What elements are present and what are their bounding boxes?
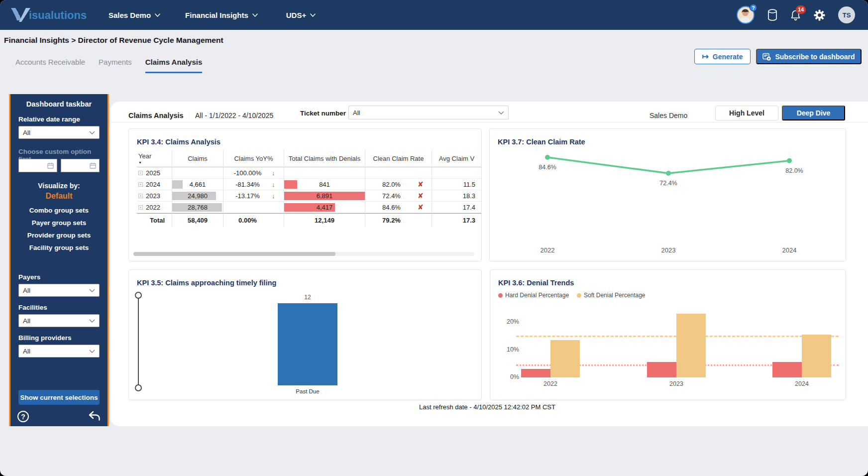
year-value: 2024 xyxy=(146,181,160,188)
svg-text:84.6%: 84.6% xyxy=(539,164,556,171)
avg-claim-value: 17.3 xyxy=(463,217,475,224)
custom-date-end-input[interactable] xyxy=(61,159,100,172)
nav-menu-financial-insights[interactable]: Financial Insights xyxy=(185,11,258,19)
visualize-option-payer-group-sets[interactable]: Payer group sets xyxy=(18,219,100,227)
visualize-option-combo-group-sets[interactable]: Combo group sets xyxy=(18,207,100,214)
visualize-by-label: Visualize by: xyxy=(18,182,100,190)
visualize-option-default[interactable]: Default xyxy=(18,192,100,201)
column-header-year[interactable]: Year▼ xyxy=(137,150,172,167)
row-year: 2023 xyxy=(137,190,172,202)
custom-date-start-input[interactable] xyxy=(18,159,57,172)
column-header-claims[interactable]: Claims xyxy=(172,150,223,167)
column-header-clean-claim-rate[interactable]: Clean Claim Rate xyxy=(365,150,432,167)
relative-date-range-select[interactable]: All xyxy=(18,126,100,139)
column-header-avg-claim-v[interactable]: Avg Claim V xyxy=(432,150,481,167)
kpi-3-5-timely-filing-card: KPI 3.5: Claims approaching timely filin… xyxy=(128,269,482,400)
claims-value: 4,661 xyxy=(172,181,223,188)
avg-claim-cell: 17.3 xyxy=(432,213,481,227)
column-header-label: Clean Claim Rate xyxy=(373,155,424,162)
svg-text:72.4%: 72.4% xyxy=(659,180,677,187)
claims-cell: 58,409 xyxy=(172,213,223,227)
show-current-selections-button[interactable]: Show current selections xyxy=(18,390,100,405)
hard-denial-percentage-bar-2024 xyxy=(772,362,802,377)
claims-cell xyxy=(172,167,223,179)
clean-claim-rate-cell: 84.6%✘ xyxy=(365,202,432,213)
help-icon[interactable]: ? xyxy=(17,411,29,422)
subscribe-icon xyxy=(762,53,771,61)
clean-claim-rate-value: 79.2% xyxy=(365,217,418,224)
settings-gear-icon[interactable] xyxy=(814,9,825,21)
down-arrow-icon: ↓ xyxy=(272,181,284,188)
chevron-down-icon xyxy=(89,131,95,134)
notifications-bell-icon[interactable]: 14 xyxy=(790,9,801,21)
range-slider-handle-bottom[interactable] xyxy=(135,384,142,391)
assistant-avatar-button[interactable]: ? xyxy=(737,6,755,24)
y-tick-10: 10% xyxy=(499,346,519,353)
denials-cell: 4,417 xyxy=(284,202,365,213)
x-axis-label-2024: 2024 xyxy=(772,380,832,387)
relative-date-range-label: Relative date range xyxy=(18,116,100,123)
column-header-claims-yoy[interactable]: Claims YoY% xyxy=(223,150,284,167)
calendar-icon xyxy=(47,162,54,169)
column-header-label: Year xyxy=(138,152,151,160)
tab-claims-analysis[interactable]: Claims Analysis xyxy=(145,58,203,73)
kpi-3-4-claims-analysis-card: KPI 3.4: Claims Analysis Year▼ClaimsClai… xyxy=(128,128,482,261)
undo-icon[interactable] xyxy=(88,411,101,421)
logo-v-icon: isualutions xyxy=(10,6,90,23)
column-header-label: Claims xyxy=(188,155,208,162)
tab-payments[interactable]: Payments xyxy=(99,58,132,73)
expand-row-icon[interactable] xyxy=(138,171,143,175)
clean-claim-rate-cell xyxy=(365,167,432,179)
soft-denial-percentage-bar-2023 xyxy=(676,314,706,377)
nav-menu-label: Sales Demo xyxy=(108,11,151,19)
avg-claim-cell: 17.4 xyxy=(432,202,481,213)
filter-select-facilities[interactable]: All xyxy=(18,314,100,327)
filter-select-billing-providers[interactable]: All xyxy=(18,345,100,357)
user-avatar-initials[interactable]: TS xyxy=(838,6,855,23)
subscribe-to-dashboard-button[interactable]: Subscribe to dashboard xyxy=(756,49,862,64)
claims-value: 58,409 xyxy=(172,217,223,224)
filter-value: All xyxy=(23,317,30,325)
denials-cell: 6,891 xyxy=(284,190,365,202)
context-label: Sales Demo xyxy=(650,109,687,122)
nav-right-icons: ? 14 xyxy=(737,6,855,24)
avg-claim-cell xyxy=(432,167,481,179)
ticket-number-label: Ticket number xyxy=(300,107,346,120)
past-due-bar xyxy=(278,303,337,385)
clean-claim-rate-value: 82.0% xyxy=(365,181,418,188)
nav-menus: Sales DemoFinancial InsightsUDS+ xyxy=(94,11,316,19)
claims-cell: 4,661 xyxy=(172,179,223,190)
kpi-3-5-title: KPI 3.5: Claims approaching timely filin… xyxy=(137,279,276,287)
nav-menu-label: Financial Insights xyxy=(185,11,248,19)
ticket-number-select[interactable]: All xyxy=(348,106,509,119)
red-x-icon: ✘ xyxy=(418,180,432,188)
column-header-label: Avg Claim V xyxy=(439,155,474,162)
clean-claim-rate-cell: 79.2% xyxy=(365,213,432,227)
nav-menu-uds[interactable]: UDS+ xyxy=(286,11,316,19)
hard-denial-percentage-bar-2022 xyxy=(521,369,550,377)
visualize-option-provider-group-sets[interactable]: Provider group sets xyxy=(18,232,100,239)
assistant-help-badge: ? xyxy=(750,4,757,11)
denials-value: 841 xyxy=(284,181,365,188)
visualutions-logo[interactable]: isualutions xyxy=(10,6,94,23)
table-scrollbar-thumb[interactable] xyxy=(133,252,335,256)
expand-row-icon[interactable] xyxy=(138,194,143,198)
deep-dive-button[interactable]: Deep Dive xyxy=(782,106,845,120)
tab-accounts-receivable[interactable]: Accounts Receivable xyxy=(15,58,85,73)
report-date-range: All - 1/1/2022 - 4/10/2025 xyxy=(195,109,273,122)
nav-menu-sales-demo[interactable]: Sales Demo xyxy=(108,11,160,19)
expand-row-icon[interactable] xyxy=(138,205,143,210)
avg-claim-value: 18.3 xyxy=(463,192,475,200)
expand-row-icon[interactable] xyxy=(138,182,143,187)
range-slider-handle-top[interactable] xyxy=(135,292,142,299)
filter-label-facilities: Facilities xyxy=(18,304,100,311)
filter-select-payers[interactable]: All xyxy=(18,284,100,297)
generate-button[interactable]: ↦ Generate xyxy=(694,49,751,64)
database-icon[interactable] xyxy=(767,9,777,21)
high-level-button[interactable]: High Level xyxy=(715,106,778,120)
visualize-option-facility-group-sets[interactable]: Facility group sets xyxy=(18,244,100,251)
claims-cell: 28,768 xyxy=(172,202,223,213)
column-header-total-claims-with-denials[interactable]: Total Claims with Denials xyxy=(284,150,365,167)
top-navbar: isualutions Sales DemoFinancial Insights… xyxy=(0,0,868,30)
clean-claim-rate-cell: 72.4%✘ xyxy=(365,190,432,202)
